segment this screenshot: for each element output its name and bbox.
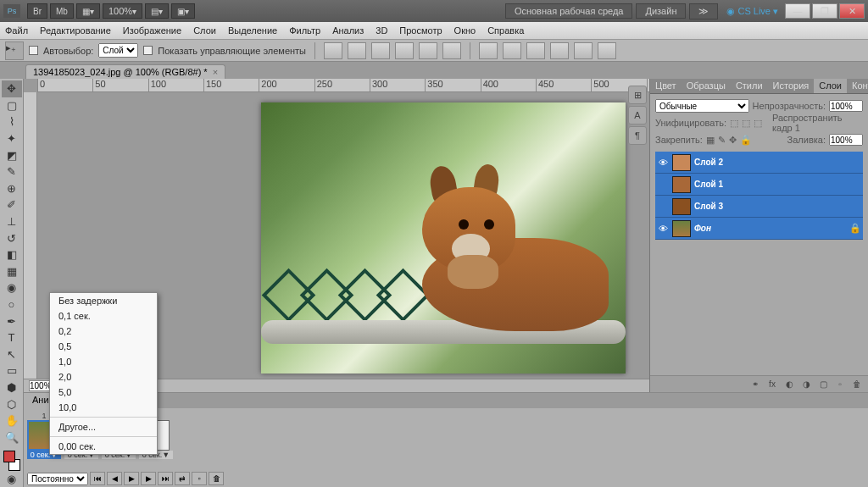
menu-help[interactable]: Справка [487,25,524,36]
group-button[interactable]: ▢ [815,378,831,391]
pen-tool[interactable]: ✒ [2,313,22,329]
menu-view[interactable]: Просмотр [399,25,442,36]
document-tab[interactable]: 1394185023_024.jpg @ 100% (RGB/8#) * × [25,64,225,79]
layer-row-background[interactable]: 👁 Фон 🔒 [655,218,863,240]
layer-thumb[interactable] [672,198,691,215]
distribute-button[interactable] [479,42,498,59]
layer-row[interactable]: 👁 Слой 2 [655,152,863,174]
delay-option[interactable]: 0,5 [50,339,157,354]
tab-styles[interactable]: Стили [731,79,768,93]
gradient-tool[interactable]: ▦ [2,263,22,280]
tab-paths[interactable]: Контуры [847,79,868,93]
dock-icon[interactable]: ⊞ [628,86,647,104]
3d-tool[interactable]: ⬢ [2,379,22,396]
zoom-level[interactable]: 100% ▾ [103,3,142,19]
delay-option[interactable]: 2,0 [50,369,157,385]
delay-option[interactable]: 10,0 [50,400,157,415]
menu-edit[interactable]: Редактирование [40,25,111,36]
align-button[interactable] [442,42,461,59]
layer-row[interactable]: Слой 1 [655,174,863,196]
view-mode-button[interactable]: ▦▾ [76,3,100,19]
autoselect-checkbox[interactable] [29,46,38,55]
lock-icon[interactable]: ✎ [718,135,726,146]
3d-camera-tool[interactable]: ⬡ [2,396,22,412]
workspace-main-button[interactable]: Основная рабочая среда [505,3,633,19]
dock-icon[interactable]: A [628,106,647,125]
delay-option-zero[interactable]: 0,00 сек. [50,439,157,454]
distribute-button[interactable] [550,42,569,59]
distribute-button[interactable] [526,42,545,59]
lock-icon[interactable]: ✥ [729,135,737,146]
adjustment-button[interactable]: ◑ [798,378,814,391]
shape-tool[interactable]: ▭ [2,362,22,379]
arrange-button[interactable]: ▤▾ [145,3,169,19]
opacity-input[interactable] [829,100,863,112]
new-frame-button[interactable]: ▫ [192,472,207,485]
tab-history[interactable]: История [768,79,815,93]
crop-tool[interactable]: ◩ [2,147,22,163]
blend-mode-dropdown[interactable]: Обычные [655,99,749,113]
move-tool[interactable]: ✥ [2,80,22,97]
cslive-button[interactable]: ◉ CS Live ▾ [726,6,778,17]
lock-icon[interactable]: ▦ [706,135,715,146]
layer-thumb[interactable] [672,176,691,193]
tween-button[interactable]: ⇄ [175,472,190,485]
menu-image[interactable]: Изображение [123,25,181,36]
distribute-button[interactable] [598,42,616,59]
delay-option[interactable]: 5,0 [50,385,157,400]
minibridge-button[interactable]: Mb [50,3,74,19]
blur-tool[interactable]: ◉ [2,279,22,296]
showcontrols-checkbox[interactable] [143,46,153,55]
delete-layer-button[interactable]: 🗑 [849,378,865,391]
visibility-icon[interactable] [657,201,669,213]
visibility-icon[interactable] [657,179,669,191]
color-swatches[interactable] [2,451,22,471]
delay-option-other[interactable]: Другое... [50,419,157,434]
maximize-button[interactable]: ❐ [812,3,837,19]
autoselect-dropdown[interactable]: Слой [98,43,138,58]
next-frame-button[interactable]: ▶ [141,472,156,485]
bridge-button[interactable]: Br [27,3,47,19]
history-brush-tool[interactable]: ↺ [2,230,22,246]
layer-name[interactable]: Фон [694,224,846,233]
unify-icon[interactable]: ⬚ [742,118,750,129]
menu-window[interactable]: Окно [454,25,476,36]
screen-mode-button[interactable]: ▣▾ [171,3,195,19]
zoom-tool[interactable]: 🔍 [2,429,22,445]
workspace-more-button[interactable]: ≫ [689,3,718,19]
link-layers-button[interactable]: ⚭ [748,378,763,391]
brush-tool[interactable]: ✐ [2,196,22,213]
tab-swatches[interactable]: Образцы [682,79,731,93]
last-frame-button[interactable]: ⏭ [158,472,173,485]
layer-thumb[interactable] [672,154,691,171]
heal-tool[interactable]: ⊕ [2,180,22,197]
align-button[interactable] [371,42,390,59]
unify-icon[interactable]: ⬚ [730,118,738,129]
menu-analysis[interactable]: Анализ [332,25,364,36]
play-button[interactable]: ▶ [124,472,139,485]
menu-3d[interactable]: 3D [376,25,387,36]
delay-option[interactable]: 0,2 [50,324,157,339]
mask-button[interactable]: ◐ [782,378,797,391]
workspace-design-button[interactable]: Дизайн [636,3,686,19]
delay-option-none[interactable]: Без задержки [50,293,157,308]
eyedropper-tool[interactable]: ✎ [2,163,22,180]
hand-tool[interactable]: ✋ [2,412,22,429]
lasso-tool[interactable]: ⌇ [2,113,22,130]
stamp-tool[interactable]: ⊥ [2,213,22,230]
layer-name[interactable]: Слой 2 [694,158,861,167]
visibility-icon[interactable]: 👁 [657,157,669,169]
prev-frame-button[interactable]: ◀ [107,472,122,485]
layer-row[interactable]: Слой 3 [655,196,863,218]
align-button[interactable] [395,42,414,59]
layer-name[interactable]: Слой 1 [694,180,861,189]
menu-file[interactable]: Файл [5,25,28,36]
distribute-button[interactable] [574,42,593,59]
delay-option[interactable]: 0,1 сек. [50,308,157,324]
tool-preset-icon[interactable]: ▸₊ [5,42,24,60]
dock-icon[interactable]: ¶ [628,126,647,145]
align-button[interactable] [419,42,437,59]
dodge-tool[interactable]: ○ [2,296,22,313]
delay-option[interactable]: 1,0 [50,354,157,369]
quickmask-button[interactable]: ◉ [2,471,22,487]
